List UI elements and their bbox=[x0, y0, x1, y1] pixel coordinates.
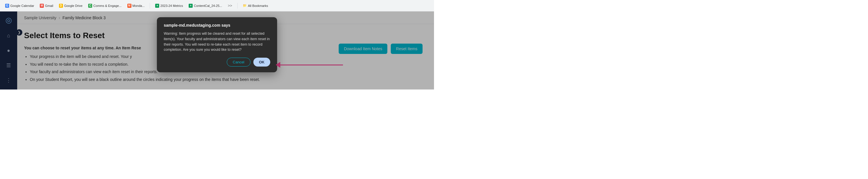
bookmark-contentcal[interactable]: + ContentCal_24-25... bbox=[187, 3, 224, 8]
gmail-icon: M bbox=[40, 4, 44, 8]
contentcal-label: ContentCal_24-25... bbox=[194, 4, 222, 7]
bookmark-gdrive[interactable]: D Google Drive bbox=[57, 3, 84, 8]
gmail-label: Gmail bbox=[45, 4, 53, 7]
arrow-line bbox=[280, 65, 343, 66]
confirmation-modal: sample-md.medustaging.com says Warning: … bbox=[157, 17, 277, 72]
gdrive-label: Google Drive bbox=[64, 4, 83, 7]
bookmark-metrics[interactable]: + 2023-24 Metrics bbox=[153, 3, 185, 8]
divider bbox=[150, 3, 150, 8]
modal-overlay: sample-md.medustaging.com says Warning: … bbox=[0, 11, 434, 90]
modal-title: sample-md.medustaging.com says bbox=[164, 23, 270, 28]
metrics-label: 2023-24 Metrics bbox=[160, 4, 183, 7]
bookmarks-folder-icon: 📁 bbox=[243, 4, 247, 7]
ok-arrow-indicator bbox=[276, 62, 343, 68]
bookmark-gcal[interactable]: G Google Calendar bbox=[3, 3, 36, 8]
gcal-icon: G bbox=[5, 4, 9, 8]
bookmark-gmail[interactable]: M Gmail bbox=[38, 3, 55, 8]
monda-label: Monda... bbox=[132, 4, 145, 7]
overflow-button[interactable]: >> bbox=[226, 3, 234, 8]
modal-cancel-button[interactable]: Cancel bbox=[227, 58, 250, 67]
contentcal-icon: + bbox=[189, 4, 193, 8]
comms-label: Comms & Engage... bbox=[93, 4, 121, 7]
modal-body: Warning: Item progress will be cleared a… bbox=[164, 31, 270, 52]
divider-2 bbox=[237, 3, 238, 8]
arrow-head bbox=[276, 62, 280, 68]
bookmark-monda[interactable]: M Monda... bbox=[126, 3, 147, 8]
metrics-icon: + bbox=[155, 4, 159, 8]
browser-toolbar: G Google Calendar M Gmail D Google Drive… bbox=[0, 0, 434, 11]
app-container: ◎ ⌂ ● ☰ ⋮ ❯ Sample University › Family M… bbox=[0, 11, 434, 90]
bookmark-comms[interactable]: C Comms & Engage... bbox=[87, 3, 123, 8]
monda-icon: M bbox=[127, 4, 131, 8]
modal-buttons: Cancel OK bbox=[164, 58, 270, 67]
gcal-label: Google Calendar bbox=[10, 4, 34, 7]
modal-ok-button[interactable]: OK bbox=[253, 58, 271, 67]
gdrive-icon: D bbox=[59, 4, 63, 8]
all-bookmarks-button[interactable]: 📁 All Bookmarks bbox=[241, 3, 270, 8]
comms-icon: C bbox=[88, 4, 92, 8]
